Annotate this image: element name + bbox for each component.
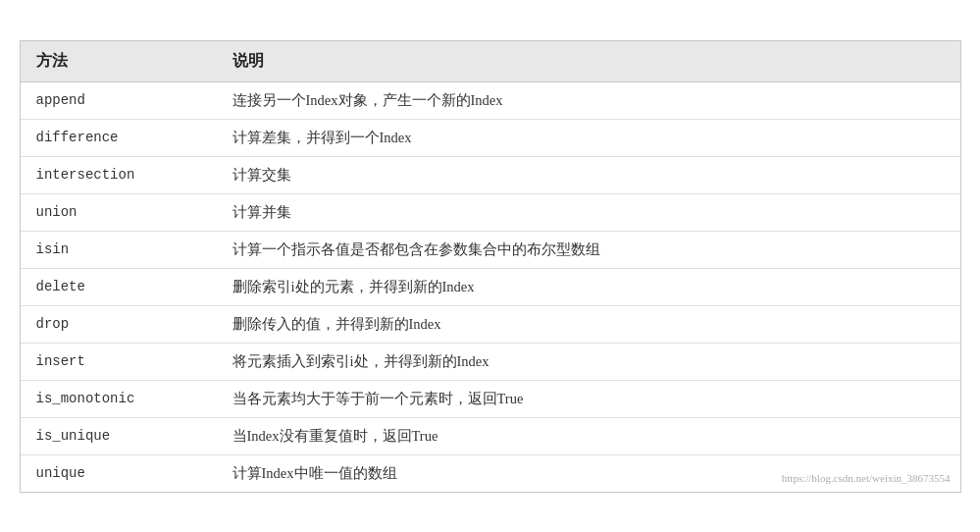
table-row: delete删除索引i处的元素，并得到新的Index <box>21 268 960 305</box>
table-row: difference计算差集，并得到一个Index <box>21 119 960 156</box>
watermark: https://blog.csdn.net/weixin_38673554 <box>782 472 951 484</box>
description-cell: 当各元素均大于等于前一个元素时，返回True <box>217 380 960 417</box>
description-cell: 删除索引i处的元素，并得到新的Index <box>217 268 960 305</box>
description-cell: 计算一个指示各值是否都包含在参数集合中的布尔型数组 <box>217 231 960 268</box>
table-row: union计算并集 <box>21 193 960 231</box>
header-method: 方法 <box>21 41 217 82</box>
description-cell: 计算并集 <box>217 193 960 231</box>
table-row: append连接另一个Index对象，产生一个新的Index <box>21 81 960 119</box>
description-cell: 将元素插入到索引i处，并得到新的Index <box>217 343 960 380</box>
header-description: 说明 <box>217 41 960 82</box>
method-cell: drop <box>21 305 217 343</box>
table-row: intersection计算交集 <box>21 156 960 193</box>
method-cell: unique <box>21 454 217 492</box>
description-cell: 删除传入的值，并得到新的Index <box>217 305 960 343</box>
method-cell: intersection <box>21 156 217 193</box>
method-cell: difference <box>21 119 217 156</box>
description-cell: 计算交集 <box>217 156 960 193</box>
methods-table: 方法 说明 append连接另一个Index对象，产生一个新的Indexdiff… <box>21 41 960 492</box>
table-header-row: 方法 说明 <box>21 41 960 82</box>
description-cell: 当Index没有重复值时，返回True <box>217 417 960 454</box>
description-cell: 计算差集，并得到一个Index <box>217 119 960 156</box>
method-cell: insert <box>21 343 217 380</box>
table-row: isin计算一个指示各值是否都包含在参数集合中的布尔型数组 <box>21 231 960 268</box>
method-cell: union <box>21 193 217 231</box>
method-cell: is_unique <box>21 417 217 454</box>
description-cell: 连接另一个Index对象，产生一个新的Index <box>217 81 960 119</box>
method-cell: append <box>21 81 217 119</box>
table-row: insert将元素插入到索引i处，并得到新的Index <box>21 343 960 380</box>
method-cell: is_monotonic <box>21 380 217 417</box>
table-row: is_monotonic当各元素均大于等于前一个元素时，返回True <box>21 380 960 417</box>
table-row: drop删除传入的值，并得到新的Index <box>21 305 960 343</box>
table-row: is_unique当Index没有重复值时，返回True <box>21 417 960 454</box>
main-table-container: 方法 说明 append连接另一个Index对象，产生一个新的Indexdiff… <box>20 40 961 493</box>
method-cell: isin <box>21 231 217 268</box>
method-cell: delete <box>21 268 217 305</box>
